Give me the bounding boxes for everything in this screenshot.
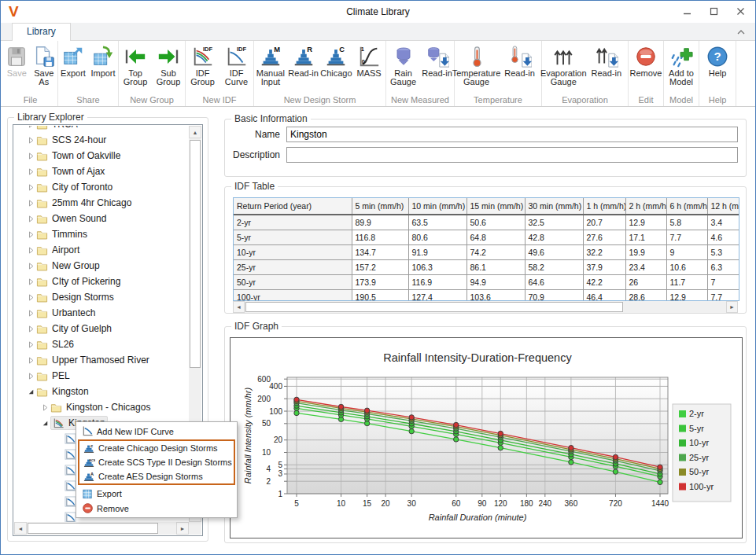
scroll-up-icon[interactable]: ▲: [189, 126, 201, 138]
tree-item-kingston[interactable]: Kingston: [14, 384, 189, 399]
menu-item-export[interactable]: Export: [78, 486, 235, 501]
table-cell[interactable]: 27.6: [583, 230, 625, 245]
expander-collapsed-icon[interactable]: [25, 340, 36, 349]
table-row-5-yr[interactable]: 5-yr116.880.664.842.827.617.17.74.6: [234, 230, 739, 245]
table-cell[interactable]: 46.4: [583, 290, 625, 302]
expander-collapsed-icon[interactable]: [25, 356, 36, 365]
expander-expanded-icon[interactable]: [39, 419, 50, 428]
table-cell[interactable]: 20.7: [583, 215, 625, 230]
table-cell[interactable]: 4.6: [707, 230, 739, 245]
ribbon-button-import[interactable]: Import: [88, 42, 118, 94]
column-header-10-min-mm-h[interactable]: 10 min (mm/h): [408, 198, 467, 215]
scroll-right-icon[interactable]: ►: [176, 522, 189, 535]
table-cell[interactable]: 3.4: [707, 215, 739, 230]
table-cell[interactable]: 2-yr: [234, 215, 352, 230]
tree-item-airport[interactable]: Airport: [14, 242, 189, 258]
ribbon-button-chicago[interactable]: CChicago: [320, 42, 353, 94]
column-header-return-period-year[interactable]: Return Period (year): [234, 198, 352, 215]
table-cell[interactable]: 80.6: [408, 230, 467, 245]
table-cell[interactable]: 103.6: [467, 290, 525, 302]
scroll-left-icon[interactable]: ◄: [233, 301, 245, 313]
tree-horizontal-scrollbar[interactable]: ◄ ►: [14, 522, 189, 535]
table-cell[interactable]: 58.2: [525, 260, 583, 275]
table-cell[interactable]: 7.7: [707, 290, 739, 302]
expander-collapsed-icon[interactable]: [25, 126, 36, 129]
ribbon-button-sub-group[interactable]: Sub Group: [152, 42, 185, 94]
ribbon-button-read-in[interactable]: Read-in: [420, 42, 454, 94]
table-cell[interactable]: 19.9: [625, 245, 666, 260]
ribbon-button-save[interactable]: Save: [3, 42, 31, 94]
table-cell[interactable]: 12.9: [666, 290, 707, 302]
tree-item-owen-sound[interactable]: Owen Sound: [14, 211, 189, 226]
collapse-ribbon-icon[interactable]: [736, 28, 746, 39]
table-cell[interactable]: 6.3: [707, 260, 739, 275]
table-cell[interactable]: 23.4: [625, 260, 666, 275]
expander-collapsed-icon[interactable]: [25, 230, 36, 239]
table-cell[interactable]: 100-yr: [234, 290, 352, 302]
expander-collapsed-icon[interactable]: [25, 246, 36, 255]
table-cell[interactable]: 63.5: [408, 215, 467, 230]
table-cell[interactable]: 70.9: [525, 290, 583, 302]
ribbon-button-read-in[interactable]: Read-in: [498, 42, 541, 94]
table-cell[interactable]: 5.3: [707, 245, 739, 260]
description-field[interactable]: [286, 147, 738, 163]
expander-collapsed-icon[interactable]: [25, 152, 36, 160]
menu-item-create-chicago-design-storms[interactable]: cCreate Chicago Design Storms: [79, 441, 234, 455]
scroll-right-icon[interactable]: ►: [726, 301, 738, 313]
table-cell[interactable]: 26: [625, 275, 666, 290]
menu-item-create-scs-type-ii-design-storms[interactable]: SCSCreate SCS Type II Design Storms: [79, 455, 234, 469]
expander-collapsed-icon[interactable]: [25, 183, 36, 192]
column-header-6-h-mm-h[interactable]: 6 h (mm/h): [666, 198, 707, 215]
tree-item-scs-24-hour[interactable]: SCS 24-hour: [14, 132, 189, 148]
table-cell[interactable]: 50.6: [467, 215, 525, 230]
table-cell[interactable]: 10-yr: [234, 245, 352, 260]
expander-collapsed-icon[interactable]: [25, 199, 36, 208]
table-cell[interactable]: 64.8: [467, 230, 525, 245]
ribbon-button-evaporation-gauge[interactable]: Evaporation Gauge: [542, 42, 585, 94]
table-cell[interactable]: 42.2: [583, 275, 625, 290]
ribbon-button-remove[interactable]: Remove: [629, 42, 663, 94]
tree-item-town-of-oakville[interactable]: Town of Oakville: [14, 148, 189, 164]
expander-collapsed-icon[interactable]: [25, 262, 36, 270]
expander-collapsed-icon[interactable]: [25, 325, 36, 333]
table-row-25-yr[interactable]: 25-yr157.2106.386.158.237.923.410.66.3: [234, 260, 739, 275]
maximize-icon[interactable]: [705, 4, 722, 18]
table-cell[interactable]: 134.7: [352, 245, 408, 260]
ribbon-button-rain-gauge[interactable]: Rain Gauge: [386, 42, 420, 94]
tree-item-25mm-4hr-chicago[interactable]: 25mm 4hr Chicago: [14, 195, 189, 211]
table-cell[interactable]: 12.9: [625, 215, 666, 230]
ribbon-button-export[interactable]: Export: [58, 42, 88, 94]
table-cell[interactable]: 106.3: [408, 260, 467, 275]
expander-collapsed-icon[interactable]: [25, 372, 36, 380]
tree-item-new-group[interactable]: New Group: [14, 258, 189, 274]
column-header-12-h-mm-h[interactable]: 12 h (mm/h): [707, 198, 739, 215]
column-header-30-min-mm-h[interactable]: 30 min (mm/h): [525, 198, 583, 215]
expander-collapsed-icon[interactable]: [39, 403, 50, 412]
table-horizontal-scrollbar[interactable]: ◄ ►: [233, 301, 738, 313]
column-header-5-min-mm-h[interactable]: 5 min (mm/h): [352, 198, 408, 215]
expander-collapsed-icon[interactable]: [25, 136, 36, 145]
tree-item-sl26[interactable]: SL26: [14, 336, 189, 352]
tree-item-design-storms[interactable]: Design Storms: [14, 289, 189, 305]
table-row-100-yr[interactable]: 100-yr190.5127.4103.670.946.428.612.97.7: [234, 290, 739, 302]
ribbon-button-idf-curve[interactable]: IDFIDF Curve: [219, 42, 253, 94]
tree-item-city-of-guelph[interactable]: City of Guelph: [14, 321, 189, 336]
tab-library[interactable]: Library: [12, 23, 71, 41]
table-cell[interactable]: 5-yr: [234, 230, 352, 245]
table-cell[interactable]: 86.1: [467, 260, 525, 275]
table-cell[interactable]: 94.9: [467, 275, 525, 290]
table-cell[interactable]: 91.9: [408, 245, 467, 260]
tree-item-kingston-chicagos[interactable]: Kingston - Chicagos: [14, 399, 189, 415]
table-cell[interactable]: 49.6: [525, 245, 583, 260]
table-cell[interactable]: 89.9: [352, 215, 408, 230]
table-cell[interactable]: 9: [666, 245, 707, 260]
table-cell[interactable]: 42.8: [525, 230, 583, 245]
table-row-2-yr[interactable]: 2-yr89.963.550.632.520.712.95.83.4: [234, 215, 739, 230]
table-cell[interactable]: 32.2: [583, 245, 625, 260]
table-cell[interactable]: 173.9: [352, 275, 408, 290]
ribbon-button-idf-group[interactable]: IDFIDF Group: [186, 42, 219, 94]
close-icon[interactable]: [732, 4, 749, 18]
minimize-icon[interactable]: [678, 4, 695, 18]
table-cell[interactable]: 37.9: [583, 260, 625, 275]
table-cell[interactable]: 32.5: [525, 215, 583, 230]
